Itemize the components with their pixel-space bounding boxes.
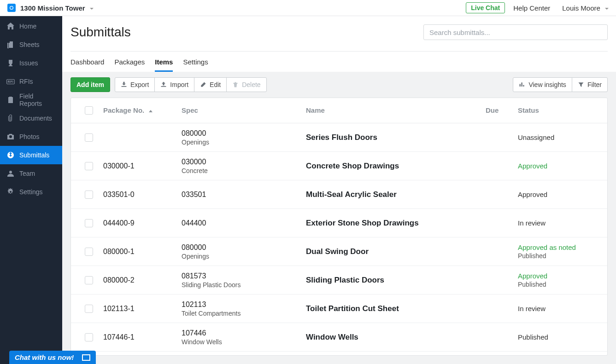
status-text: In review (518, 219, 603, 227)
sheets-icon (6, 40, 15, 49)
divider (70, 51, 608, 52)
sidebar-item-settings[interactable]: Settings (0, 183, 62, 201)
filter-label: Filter (587, 81, 602, 88)
sidebar-item-issues[interactable]: Issues (0, 54, 62, 72)
item-name-cell: Sliding Plastic Doors (306, 276, 486, 285)
tab-settings[interactable]: Settings (183, 58, 208, 72)
package-no-cell: 080000-1 (103, 248, 182, 256)
chevron-down-icon (90, 8, 94, 10)
table-row[interactable]: 044400-9044400Exterior Stone Shop Drawin… (71, 209, 607, 237)
spec-name: Toilet Compartments (182, 310, 301, 317)
sidebar-item-label: Issues (19, 59, 38, 67)
status-text: Approved as noted (518, 243, 603, 251)
package-no-cell: 107446-1 (103, 333, 182, 341)
search-input[interactable] (423, 24, 608, 40)
select-all-cell (71, 106, 103, 115)
live-chat-button[interactable]: Live Chat (466, 2, 505, 13)
spec-name: Openings (182, 139, 301, 146)
status-cell: Approved as notedPublished (518, 243, 607, 260)
page-header: Submittals DashboardPackagesItemsSetting… (62, 16, 616, 72)
user-name-text: Louis Moore (562, 4, 600, 12)
window-icon (82, 354, 90, 361)
row-checkbox[interactable] (85, 191, 93, 199)
help-center-link[interactable]: Help Center (513, 4, 550, 12)
filter-button[interactable]: Filter (572, 77, 608, 92)
sidebar: HomeSheetsIssuesRFIRFIsField ReportsDocu… (0, 16, 62, 364)
filter-icon (578, 81, 584, 88)
row-checkbox[interactable] (85, 276, 93, 284)
table-row[interactable]: 080000-1080000OpeningsDual Swing DoorApp… (71, 237, 607, 266)
sidebar-item-label: RFIs (19, 78, 33, 85)
edit-button[interactable]: Edit (194, 77, 227, 92)
sidebar-item-rfis[interactable]: RFIRFIs (0, 72, 62, 91)
select-all-checkbox[interactable] (85, 106, 93, 115)
upload-icon (160, 81, 167, 88)
spec-cell: 102113Toilet Compartments (182, 300, 306, 317)
clipboard-icon (6, 96, 15, 104)
column-header-status[interactable]: Status (518, 106, 607, 115)
sidebar-item-label: Submittals (19, 151, 49, 159)
table-row[interactable]: 080000OpeningsSeries Flush DoorsUnassign… (71, 123, 607, 152)
chat-widget[interactable]: Chat with us now! (9, 351, 96, 364)
sidebar-item-label: Field Reports (19, 92, 56, 107)
table-row[interactable]: 080000-2081573Sliding Plastic DoorsSlidi… (71, 266, 607, 295)
status-cell: In review (518, 219, 607, 227)
sidebar-item-field-reports[interactable]: Field Reports (0, 91, 62, 109)
sort-ascending-icon (149, 110, 153, 112)
download-icon (121, 81, 127, 88)
table-row[interactable]: 033501-0033501Multi-Seal Acrylic SealerA… (71, 180, 607, 209)
row-checkbox[interactable] (85, 248, 93, 256)
add-item-button[interactable]: Add item (70, 77, 110, 92)
chat-widget-label: Chat with us now! (15, 353, 74, 361)
tab-dashboard[interactable]: Dashboard (70, 58, 104, 72)
status-cell: Unassigned (518, 133, 607, 141)
chevron-down-icon (605, 8, 609, 10)
row-checkbox[interactable] (85, 162, 93, 170)
sidebar-item-photos[interactable]: Photos (0, 127, 62, 146)
tab-items[interactable]: Items (155, 58, 173, 72)
item-name-cell: Concrete Shop Drawings (306, 162, 486, 171)
spec-code: 044400 (182, 219, 301, 227)
view-insights-button[interactable]: View insights (513, 77, 572, 92)
spec-code: 033501 (182, 191, 301, 199)
delete-button: Delete (226, 77, 266, 92)
edit-label: Edit (210, 81, 221, 88)
status-text: Unassigned (518, 133, 603, 141)
attachment-icon (6, 114, 15, 122)
project-name-dropdown[interactable]: 1300 Mission Tower (20, 4, 94, 12)
sidebar-item-sheets[interactable]: Sheets (0, 35, 62, 54)
table-row[interactable]: 107446-1107446Window WellsWindow WellsPu… (71, 323, 607, 352)
column-header-due[interactable]: Due (486, 106, 518, 115)
status-text: Approved (518, 191, 603, 198)
sidebar-item-documents[interactable]: Documents (0, 109, 62, 127)
project-name-text: 1300 Mission Tower (20, 4, 85, 12)
user-menu-dropdown[interactable]: Louis Moore (562, 4, 609, 12)
row-checkbox[interactable] (85, 305, 93, 313)
item-name-cell: Toilet Partition Cut Sheet (306, 304, 486, 313)
spec-cell: 080000Openings (182, 243, 306, 260)
view-insights-label: View insights (528, 81, 566, 88)
export-button[interactable]: Export (115, 77, 155, 92)
gear-icon (6, 188, 15, 196)
items-table: Package No. Spec Name Due Status 080000O… (70, 98, 608, 356)
sidebar-item-submittals[interactable]: Submittals (0, 146, 62, 164)
team-icon (6, 169, 15, 178)
row-checkbox[interactable] (85, 133, 93, 142)
bar-chart-icon (519, 81, 525, 88)
import-button[interactable]: Import (154, 77, 194, 92)
row-checkbox[interactable] (85, 219, 93, 227)
action-button-group: Export Import Edit Delete (115, 77, 267, 92)
tab-packages[interactable]: Packages (114, 58, 145, 72)
sidebar-item-home[interactable]: Home (0, 17, 62, 35)
item-name-cell: Multi-Seal Acrylic Sealer (306, 190, 486, 199)
spec-code: 080000 (182, 129, 301, 138)
table-row[interactable]: 102113-1102113Toilet CompartmentsToilet … (71, 295, 607, 323)
column-header-spec[interactable]: Spec (182, 106, 306, 115)
row-checkbox[interactable] (85, 333, 93, 341)
column-header-package-no[interactable]: Package No. (103, 106, 182, 115)
sidebar-item-team[interactable]: Team (0, 164, 62, 183)
spec-cell: 044400 (182, 219, 306, 227)
table-row[interactable]: 030000-1030000ConcreteConcrete Shop Draw… (71, 152, 607, 180)
toolbar: Add item Export Import Edit Delete (62, 72, 616, 98)
column-header-name[interactable]: Name (306, 106, 486, 115)
